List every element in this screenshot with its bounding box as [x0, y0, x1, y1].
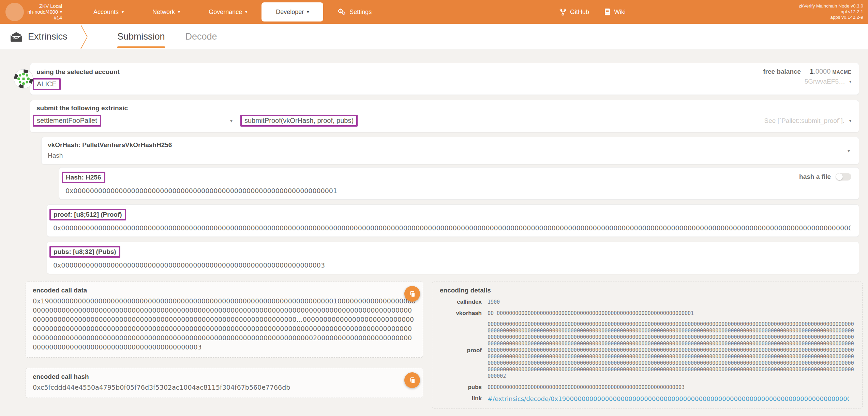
encoded-call-data-value: 0x19000000000000000000000000000000000000… — [33, 297, 416, 352]
encoding-row-label: vkorhash — [440, 310, 488, 317]
chevron-down-icon: ▾ — [307, 10, 309, 14]
encoding-row-value: 0000000000000000000000000000000000000000… — [488, 321, 855, 379]
github-link-label: GitHub — [570, 9, 589, 16]
encoded-call-data-title: encoded call data — [33, 287, 87, 294]
encoding-row-label: callindex — [440, 299, 488, 305]
extrinsics-submission-page: using the selected account ALICE free ba… — [0, 50, 868, 416]
api-version: api v12.2.1 — [841, 9, 863, 15]
encoded-call-hash-value: 0xc5fcddd44e4550a4795b0f05f76d3f5302ac10… — [33, 383, 416, 392]
hash-a-file-label: hash a file — [799, 173, 831, 181]
param-pubs-label: pubs: [u8;32] (Pubs) — [49, 246, 120, 258]
param-vkorhash[interactable]: vkOrHash: PalletVerifiersVkOrHashH256 Ha… — [41, 137, 859, 164]
section-title-label: Extrinsics — [28, 31, 68, 42]
encoded-call-data-card: encoded call data 0x19000000000000000000… — [26, 282, 423, 358]
chevron-down-icon[interactable]: ▾ — [849, 119, 851, 123]
node-endpoint: nh-node/4000 — [27, 9, 58, 15]
wiki-link[interactable]: Wiki — [597, 8, 633, 16]
account-balance: free balance1.0000 MACME 5GrwvaEF5… ▾ — [763, 68, 851, 90]
book-icon — [604, 8, 611, 16]
param-hash-input[interactable]: 0x00000000000000000000000000000000000000… — [65, 187, 851, 195]
encoding-row-pubs: pubs 00000000000000000000000000000000000… — [440, 384, 855, 391]
encoded-call-hash-title: encoded call hash — [33, 373, 89, 380]
tab-bar: Extrinsics Submission Decode — [0, 24, 868, 50]
menu-settings[interactable]: ⚙⚙ Settings — [323, 0, 386, 24]
param-vkorhash-label: vkOrHash: PalletVerifiersVkOrHashH256 — [48, 141, 172, 148]
param-pubs: pubs: [u8;32] (Pubs) 0x00000000000000000… — [47, 242, 859, 274]
menu-developer[interactable]: Developer ▾ — [261, 2, 323, 21]
tabs: Submission Decode — [107, 24, 227, 49]
param-proof-label: proof: [u8;512] (Proof) — [49, 209, 126, 220]
apps-version: apps v0.142.2-9 — [830, 15, 863, 20]
param-proof: proof: [u8;512] (Proof) 0x00000000000000… — [47, 204, 859, 237]
param-proof-input[interactable]: 0x00000000000000000000000000000000000000… — [53, 224, 851, 232]
encoding-row-label: link — [440, 395, 488, 402]
menu-settings-label: Settings — [349, 9, 372, 16]
param-hash-label: Hash: H256 — [62, 172, 105, 183]
node-version: zkVerify Mainchain Node v0.3.0 — [799, 3, 863, 9]
network-name: ZKV Local — [39, 3, 62, 9]
app-logo[interactable] — [5, 3, 24, 21]
encoding-row-value: 00 0000000000000000000000000000000000000… — [488, 310, 694, 317]
wiki-link-label: Wiki — [614, 9, 626, 16]
copy-call-hash-button[interactable] — [404, 372, 420, 388]
menu-accounts[interactable]: Accounts ▾ — [79, 0, 138, 24]
selected-account-name[interactable]: ALICE — [33, 78, 61, 90]
hash-a-file-toggle[interactable] — [836, 173, 851, 181]
github-link[interactable]: GitHub — [552, 8, 597, 16]
main-menu: Accounts ▾ Network ▾ Governance ▾ Develo… — [79, 0, 386, 24]
encoding-row-value: 0000000000000000000000000000000000000000… — [488, 384, 685, 391]
pallet-select[interactable]: settlementFooPallet ▾ — [36, 115, 233, 127]
gears-icon: ⚙⚙ — [338, 8, 346, 16]
account-address-short: 5GrwvaEF5… — [805, 78, 845, 85]
selected-method[interactable]: submitProof(vkOrHash, proof, pubs) — [240, 115, 358, 127]
encoding-row-label: proof — [440, 347, 488, 354]
menu-governance-label: Governance — [209, 9, 242, 16]
decode-link[interactable]: #/extrinsics/decode/0x190000000000000000… — [488, 396, 849, 402]
param-hash: Hash: H256 hash a file 0x000000000000000… — [59, 167, 859, 200]
chevron-down-icon: ▾ — [245, 10, 247, 14]
copy-icon — [408, 376, 416, 384]
envelope-icon — [10, 32, 23, 42]
param-pubs-input[interactable]: 0x00000000000000000000000000000000000000… — [53, 261, 851, 269]
extrinsic-label: submit the following extrinsic — [36, 104, 128, 112]
encoding-row-proof: proof 0000000000000000000000000000000000… — [440, 321, 855, 379]
balance-integer: 1 — [810, 68, 813, 75]
free-balance-label: free balance — [763, 68, 801, 75]
balance-unit: MACME — [833, 69, 851, 75]
copy-icon — [408, 290, 416, 298]
menu-network[interactable]: Network ▾ — [138, 0, 194, 24]
chevron-down-icon[interactable]: ▾ — [230, 118, 233, 123]
network-switcher[interactable]: ZKV Local nh-node/4000 ▾ #14 — [24, 0, 65, 24]
extrinsic-selection: submit the following extrinsic settlemen… — [30, 100, 859, 132]
encoded-call-hash-card: encoded call hash 0xc5fcddd44e4550a4795b… — [26, 368, 423, 398]
toggle-knob — [836, 173, 843, 180]
encoding-details-title: encoding details — [440, 287, 491, 294]
copy-call-data-button[interactable] — [404, 286, 420, 302]
account-selector[interactable]: using the selected account ALICE free ba… — [30, 63, 859, 95]
chevron-separator-icon — [80, 24, 88, 49]
method-doc-text: See [`Pallet::submit_proof`]. — [764, 117, 844, 125]
encoding-details-card: encoding details callindex 1900 vkorhash… — [432, 282, 863, 408]
encoding-row-callindex: callindex 1900 — [440, 299, 855, 305]
tab-decode[interactable]: Decode — [175, 24, 227, 49]
param-vkorhash-value: Hash — [48, 152, 851, 159]
chevron-down-icon[interactable]: ▾ — [849, 80, 851, 84]
menu-network-label: Network — [152, 9, 175, 16]
encoded-output-section: encoded call data 0x19000000000000000000… — [26, 282, 863, 408]
tab-decode-label: Decode — [185, 31, 217, 42]
encoding-row-link: link #/extrinsics/decode/0x1900000000000… — [440, 395, 855, 402]
menu-accounts-label: Accounts — [93, 9, 119, 16]
chevron-down-icon: ▾ — [122, 10, 124, 14]
tab-submission-label: Submission — [117, 31, 165, 42]
version-info: zkVerify Mainchain Node v0.3.0 api v12.2… — [799, 0, 868, 24]
encoding-row-value: 1900 — [488, 299, 500, 305]
top-navigation-bar: ZKV Local nh-node/4000 ▾ #14 Accounts ▾ … — [0, 0, 868, 24]
encoding-row-vkorhash: vkorhash 00 0000000000000000000000000000… — [440, 310, 855, 317]
selected-pallet[interactable]: settlementFooPallet — [33, 115, 101, 127]
chevron-down-icon: ▾ — [60, 10, 62, 14]
method-select[interactable]: submitProof(vkOrHash, proof, pubs) — [244, 115, 358, 127]
account-identicon — [14, 69, 33, 89]
menu-governance[interactable]: Governance ▾ — [194, 0, 261, 24]
chevron-down-icon[interactable]: ▾ — [848, 148, 850, 153]
tab-submission[interactable]: Submission — [107, 24, 175, 49]
